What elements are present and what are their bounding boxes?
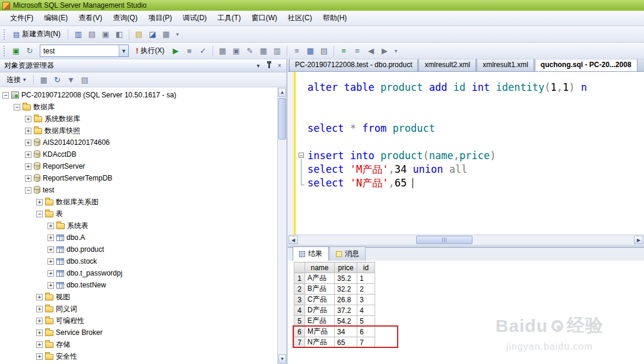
cell-name[interactable]: D产品 [305, 305, 335, 316]
client-statistics-button[interactable]: ▥ [271, 45, 284, 58]
expand-icon[interactable]: + [25, 151, 31, 158]
print-button[interactable]: ▦ [160, 28, 173, 41]
expand-icon[interactable]: + [36, 341, 43, 348]
collapse-icon[interactable]: − [14, 104, 20, 110]
code-editor[interactable]: alter table product add id int identity(… [288, 72, 644, 235]
editor-horizontal-scrollbar[interactable]: ◀ ▶ [288, 235, 644, 245]
toolbar-overflow-icon[interactable]: ▾ [174, 31, 181, 37]
scrollbar-thumb[interactable] [278, 98, 286, 140]
tree-item-reportservertempdb[interactable]: +ReportServerTempDB [0, 172, 277, 184]
row-header-cell[interactable]: 4 [294, 305, 305, 316]
tree-item-视图[interactable]: +视图 [0, 291, 277, 303]
column-header-name[interactable]: name [305, 262, 335, 273]
expand-icon[interactable]: + [36, 199, 43, 205]
menu-item[interactable]: 文件(F) [5, 11, 39, 26]
cell-name[interactable]: B产品 [305, 284, 335, 295]
row-header-cell[interactable]: 5 [294, 316, 305, 327]
pin-icon[interactable] [264, 61, 274, 70]
tree-item-service-broker[interactable]: +Service Broker [0, 327, 277, 338]
scrollbar-thumb[interactable] [416, 236, 472, 244]
tree-item-dbo-testnew[interactable]: +dbo.testNew [0, 279, 277, 291]
tree-item-test[interactable]: −test [0, 184, 277, 196]
collapse-region-icon[interactable]: − [299, 153, 304, 158]
cell-price[interactable]: 32.2 [335, 284, 357, 295]
tree-item-kdacctdb[interactable]: +KDAcctDB [0, 148, 277, 160]
tree-item-reportserver[interactable]: +ReportServer [0, 160, 277, 172]
open-file-button[interactable]: ▤ [132, 28, 145, 41]
filter-button[interactable]: ▼ [65, 73, 78, 86]
column-header-id[interactable]: id [357, 262, 375, 273]
intellisense-button[interactable]: ✎ [243, 45, 256, 58]
comment-button[interactable]: ≡ [337, 45, 350, 58]
tree-item-存储[interactable]: +存储 [0, 338, 277, 350]
analysis-services-query-button[interactable]: ▤ [85, 28, 99, 41]
tree-item-dbo-a[interactable]: +dbo.A [0, 232, 277, 243]
actual-plan-button[interactable]: ▦ [257, 45, 270, 58]
tree-expand-button[interactable]: ▦ [37, 73, 50, 86]
results-to-grid-button[interactable]: ▦ [304, 45, 317, 58]
cell-name[interactable]: E产品 [305, 316, 335, 327]
cell-name[interactable]: N产品 [305, 337, 335, 348]
parse-button[interactable]: ✓ [196, 45, 210, 58]
expand-icon[interactable]: + [47, 223, 54, 229]
expand-icon[interactable]: + [36, 306, 43, 312]
debug-button[interactable]: ▶ [169, 45, 182, 58]
editor-tab-2[interactable]: xmlresult2.xml [418, 59, 476, 71]
results-to-text-button[interactable]: ≡ [290, 45, 303, 58]
menu-item[interactable]: 调试(D) [177, 11, 212, 26]
row-header-cell[interactable]: 1 [294, 273, 305, 284]
cell-price[interactable]: 26.8 [335, 295, 357, 305]
tree-item-同义词[interactable]: +同义词 [0, 303, 277, 315]
scroll-right-icon[interactable]: ▶ [634, 236, 643, 244]
expand-icon[interactable]: + [47, 270, 54, 277]
results-tab-messages[interactable]: 消息 [329, 246, 366, 261]
column-header-price[interactable]: price [335, 262, 357, 273]
menu-item[interactable]: 查看(V) [73, 11, 107, 26]
cell-id[interactable]: 7 [357, 337, 375, 348]
expand-icon[interactable]: + [47, 246, 54, 253]
collapse-icon[interactable]: − [2, 92, 9, 99]
cell-price[interactable]: 35.2 [335, 273, 357, 284]
cell-id[interactable]: 6 [357, 327, 375, 337]
expand-icon[interactable]: + [47, 282, 54, 289]
increase-indent-button[interactable]: ▶ [378, 45, 391, 58]
editor-tab-4[interactable]: quchong.sql - PC-20...2008 [535, 59, 637, 71]
menu-item[interactable]: 社区(C) [283, 11, 318, 26]
menu-item[interactable]: 工具(T) [212, 11, 246, 26]
tree-item-安全性[interactable]: +安全性 [0, 350, 277, 362]
cell-id[interactable]: 5 [357, 316, 375, 327]
row-header-cell[interactable]: 2 [294, 284, 305, 295]
activity-monitor-button[interactable]: ◧ [113, 28, 126, 41]
menu-item[interactable]: 查询(Q) [107, 11, 142, 26]
collapse-icon[interactable]: − [25, 187, 31, 194]
tree-item-dbo-t-passwordpj[interactable]: +dbo.t_passwordpj [0, 267, 277, 279]
row-header-cell[interactable]: 6 [294, 327, 305, 337]
expand-icon[interactable]: + [36, 353, 43, 360]
tree-item-数据库[interactable]: −数据库 [0, 101, 277, 113]
tree-item-数据库关系图[interactable]: +数据库关系图 [0, 196, 277, 208]
cell-id[interactable]: 2 [357, 284, 375, 295]
cell-price[interactable]: 65 [335, 337, 357, 348]
collapse-icon[interactable]: − [36, 211, 43, 217]
scroll-up-icon[interactable]: ▲ [278, 88, 286, 97]
expand-icon[interactable]: + [36, 318, 43, 324]
results-to-file-button[interactable]: ▤ [318, 45, 331, 58]
registered-servers-button[interactable]: ▣ [99, 28, 112, 41]
database-engine-query-button[interactable]: ▥ [72, 28, 85, 41]
tree-item-dbo-product[interactable]: +dbo.product [0, 243, 277, 255]
expand-icon[interactable]: + [36, 294, 43, 300]
connect-button[interactable]: ▣ [9, 45, 23, 58]
chevron-down-icon[interactable]: ▼ [119, 45, 128, 56]
save-button[interactable]: ◪ [146, 28, 159, 41]
refresh-button[interactable]: ↻ [51, 73, 64, 86]
new-query-button[interactable]: ▤ 新建查询(N) [9, 28, 64, 41]
script-button[interactable]: ▤ [78, 73, 91, 86]
menu-item[interactable]: 编辑(E) [39, 11, 73, 26]
tree-item-表[interactable]: −表 [0, 208, 277, 220]
expand-icon[interactable]: + [25, 128, 31, 134]
execute-button[interactable]: ! 执行(X) [132, 45, 168, 58]
expand-icon[interactable]: + [25, 175, 31, 182]
menu-item[interactable]: 帮助(H) [318, 11, 353, 26]
window-position-icon[interactable]: ▾ [253, 61, 263, 70]
expand-icon[interactable]: + [25, 140, 31, 146]
